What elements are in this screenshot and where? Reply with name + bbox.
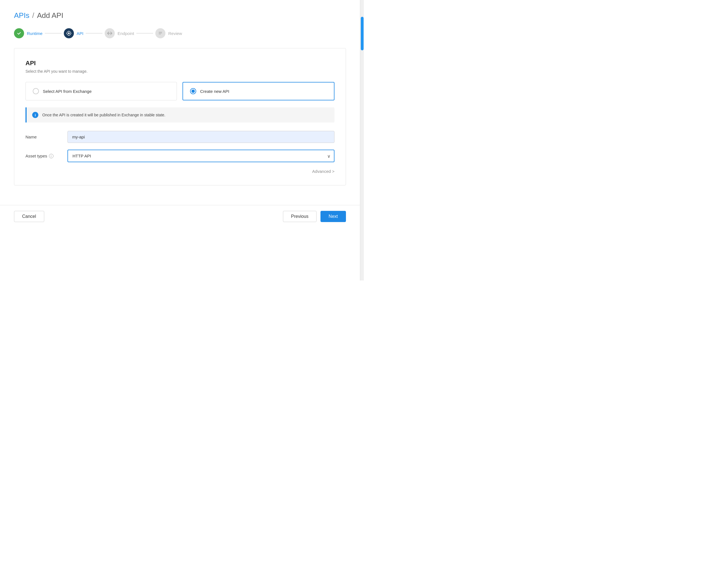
breadcrumb-apis-link[interactable]: APIs [14,11,29,20]
cancel-button[interactable]: Cancel [14,211,44,222]
asset-types-select[interactable]: HTTP API REST API SOAP API HTTP [67,150,334,162]
step-runtime-label: Runtime [27,31,43,36]
step-review-circle [155,28,165,38]
radio-btn-new[interactable] [190,88,196,94]
step-api-label: API [77,31,83,36]
step-endpoint: Endpoint [105,28,134,38]
step-review: Review [155,28,182,38]
previous-button[interactable]: Previous [283,211,317,222]
scrollbar-thumb[interactable] [361,17,364,50]
asset-types-info-icon[interactable]: i [49,154,53,158]
advanced-link[interactable]: Advanced > [312,169,334,174]
svg-rect-7 [159,33,162,34]
form-row-asset-types: Asset types i HTTP API REST API SOAP API… [25,150,334,162]
radio-btn-exchange[interactable] [33,88,39,94]
step-endpoint-label: Endpoint [118,31,134,36]
step-endpoint-circle [105,28,115,38]
name-label: Name [25,135,62,139]
svg-rect-8 [159,34,161,34]
breadcrumb-separator: / [32,11,34,20]
step-line-2 [86,33,102,34]
radio-option-exchange[interactable]: Select API from Exchange [25,82,177,100]
bottom-bar: Cancel Previous Next [0,205,360,228]
advanced-link-container: Advanced > [25,169,334,174]
radio-options: Select API from Exchange Create new API [25,82,334,100]
breadcrumb-current: Add API [37,11,63,20]
asset-types-select-wrapper: HTTP API REST API SOAP API HTTP ∨ [67,150,334,162]
radio-label-exchange: Select API from Exchange [43,89,92,94]
info-banner: i Once the API is created it will be pub… [25,107,334,123]
step-review-label: Review [168,31,182,36]
svg-point-1 [68,32,70,34]
radio-label-new: Create new API [200,89,229,94]
info-icon: i [32,112,38,118]
scrollbar-track[interactable] [360,0,364,280]
radio-option-new[interactable]: Create new API [182,82,334,100]
card-subtitle: Select the API you want to manage. [25,69,334,74]
svg-rect-6 [159,32,162,32]
step-line-1 [45,33,62,34]
nav-buttons: Previous Next [283,211,346,222]
step-runtime: Runtime [14,28,43,38]
card-title: API [25,60,334,67]
step-api: API [64,28,83,38]
next-button[interactable]: Next [320,211,346,222]
name-input[interactable] [67,131,334,143]
info-text: Once the API is created it will be publi… [42,113,165,117]
form-row-name: Name [25,131,334,143]
api-card: API Select the API you want to manage. S… [14,48,346,186]
breadcrumb: APIs / Add API [14,11,346,20]
step-runtime-circle [14,28,24,38]
step-line-3 [136,33,153,34]
stepper: Runtime API [14,28,346,38]
step-api-circle [64,28,74,38]
asset-types-label: Asset types i [25,154,62,158]
